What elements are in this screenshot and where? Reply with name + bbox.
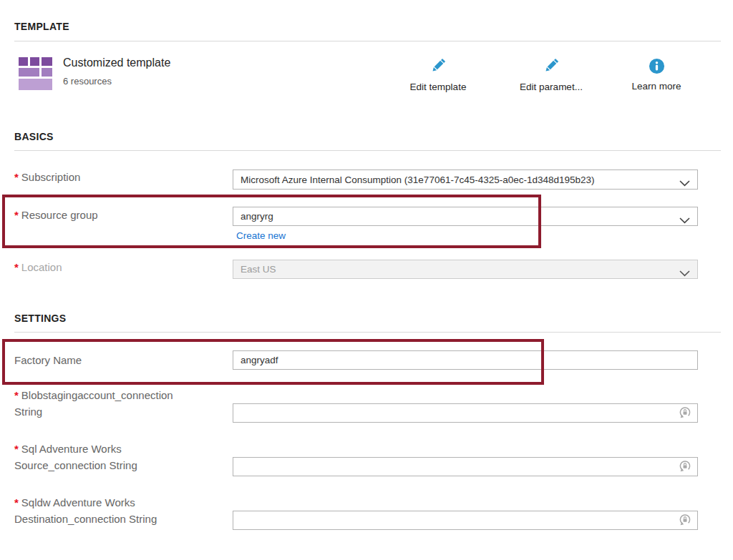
required-asterisk: * xyxy=(14,171,19,183)
template-card-title: Customized template xyxy=(63,57,170,69)
secure-string-icon xyxy=(677,458,693,477)
chevron-down-icon xyxy=(679,267,690,280)
factory-name-input[interactable] xyxy=(233,350,698,370)
pencil-icon xyxy=(429,57,447,78)
info-icon xyxy=(649,58,665,77)
edit-template-button[interactable]: Edit template xyxy=(390,57,486,92)
edit-template-label: Edit template xyxy=(410,82,467,92)
sql-source-connection-input[interactable] xyxy=(233,457,698,476)
location-value: East US xyxy=(241,264,276,275)
template-section-heading: TEMPLATE xyxy=(14,21,69,32)
factory-name-label: Factory Name xyxy=(14,354,82,366)
sql-source-label-line2: Source_connection String xyxy=(14,459,137,471)
subscription-value: Microsoft Azure Internal Consumption (31… xyxy=(241,175,595,185)
secure-string-icon xyxy=(677,405,693,423)
subscription-label: *Subscription xyxy=(14,171,80,183)
blob-staging-connection-input[interactable] xyxy=(233,403,698,423)
chevron-down-icon xyxy=(679,177,690,190)
template-card-subtitle: 6 resources xyxy=(63,76,112,87)
divider xyxy=(14,41,721,41)
subscription-dropdown[interactable]: Microsoft Azure Internal Consumption (31… xyxy=(233,170,698,190)
secure-string-icon xyxy=(677,512,693,531)
sql-source-label-line1: *Sql Adventure Works xyxy=(14,443,122,455)
resource-group-value: angryrg xyxy=(241,211,273,222)
required-asterisk: * xyxy=(14,389,19,401)
learn-more-button[interactable]: Learn more xyxy=(608,58,704,92)
basics-section-heading: BASICS xyxy=(14,131,54,142)
resource-group-label: *Resource group xyxy=(14,209,98,221)
edit-parameters-label: Edit paramet... xyxy=(520,82,583,92)
required-asterisk: * xyxy=(14,496,19,509)
sqldw-destination-label-line2: Destination_connection String xyxy=(14,513,157,525)
divider xyxy=(14,150,721,151)
edit-parameters-button[interactable]: Edit paramet... xyxy=(503,57,599,92)
blob-staging-label-line1: *Blobstagingaccount_connection xyxy=(14,389,173,401)
sqldw-destination-label-line1: *Sqldw Adventure Works xyxy=(14,496,135,509)
required-asterisk: * xyxy=(14,209,19,221)
resource-group-dropdown[interactable]: angryrg xyxy=(233,207,698,226)
sqldw-destination-connection-input[interactable] xyxy=(233,511,698,530)
required-asterisk: * xyxy=(14,261,19,273)
create-new-link[interactable]: Create new xyxy=(236,230,286,241)
template-grid-icon xyxy=(19,57,52,90)
location-dropdown: East US xyxy=(233,260,698,279)
blob-staging-label-line2: String xyxy=(14,406,42,418)
learn-more-label: Learn more xyxy=(631,81,681,92)
divider xyxy=(14,332,721,333)
pencil-icon xyxy=(542,57,560,78)
chevron-down-icon xyxy=(679,214,690,227)
custom-deployment-form: TEMPLATE Customized template 6 resources… xyxy=(0,0,733,560)
settings-section-heading: SETTINGS xyxy=(14,313,66,324)
required-asterisk: * xyxy=(14,443,19,455)
location-label: *Location xyxy=(14,261,62,273)
